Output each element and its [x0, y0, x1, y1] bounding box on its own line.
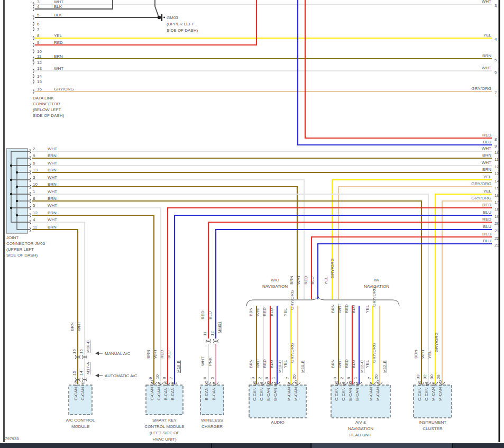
- diagram-label: INSTRUMENT: [419, 420, 447, 425]
- diagram-label: 10: [37, 49, 42, 54]
- diagram-label: B-CAN HI: [355, 382, 360, 401]
- diagram-label: SMART KEY: [152, 418, 177, 423]
- diagram-label: WHT: [420, 349, 425, 359]
- diagram-label: M12-B: [382, 360, 387, 373]
- diagram-label: RED: [344, 359, 349, 368]
- diagram-label: BRN: [331, 359, 335, 368]
- diagram-label: 5: [33, 203, 35, 208]
- diagram-label: RED: [482, 133, 491, 138]
- junction-dot-icon: [16, 200, 18, 202]
- diagram-label: WHT: [48, 161, 57, 166]
- diagram-label: 32: [423, 374, 427, 379]
- diagram-label: 6: [494, 70, 497, 75]
- diagram-label: 11: [33, 225, 38, 230]
- diagram-label: 9: [494, 144, 497, 149]
- diagram-label: BRN: [482, 153, 491, 158]
- diagram-label: 2: [258, 377, 262, 379]
- diagram-label: WHT: [153, 349, 158, 359]
- diagram-label: 8: [346, 377, 351, 379]
- diagram-label: NAVIGATION: [348, 426, 373, 431]
- diagram-label: MANUAL A/C: [105, 351, 130, 356]
- wiring-diagram-page: WHT34BLK5BLK678YEL9RED1011BRN1213WHT1415…: [0, 0, 504, 448]
- diagram-label: 6: [37, 22, 40, 26]
- diagram-label: RED: [344, 304, 349, 313]
- diagram-label: 10: [33, 182, 38, 187]
- diagram-label: 1: [353, 377, 358, 379]
- diagram-label: MM01: [217, 321, 222, 333]
- diagram-label: A/C CONTROL: [66, 418, 95, 423]
- diagram-label: 4: [494, 37, 497, 42]
- diagram-label: WHT: [255, 307, 260, 316]
- diagram-label: PNK: [208, 357, 213, 366]
- diagram-label: HVAC UNIT): [152, 437, 177, 442]
- diagram-label: 33: [416, 374, 420, 379]
- diagram-label: SIDE OF DASH): [167, 28, 198, 33]
- diagram-label: M18-B: [86, 340, 90, 353]
- junction-dot-icon: [10, 193, 12, 195]
- diagram-label: M10-B: [300, 360, 305, 373]
- diagram-label: 797935: [5, 436, 19, 441]
- diagram-label: WHT: [48, 203, 57, 208]
- diagram-label: 9: [333, 377, 337, 379]
- diagram-label: BLU: [351, 360, 356, 368]
- diagram-label: YEL: [324, 276, 328, 285]
- diagram-label: 22: [494, 236, 499, 241]
- diagram-label: 4: [37, 4, 40, 9]
- diagram-label: NAVIGATION: [364, 284, 389, 289]
- diagram-label: SIDE OF DASH): [6, 253, 38, 258]
- diagram-label: 20: [292, 374, 297, 379]
- diagram-label: 11: [203, 331, 207, 336]
- diagram-label: 20: [494, 221, 499, 226]
- diagram-label: GRY/ORG: [471, 196, 491, 200]
- diagram-label: YEL: [427, 350, 432, 359]
- diagram-label: 6: [203, 377, 207, 379]
- diagram-label: BRN: [70, 322, 75, 331]
- diagram-label: SIDE OF DASH): [33, 113, 64, 118]
- diagram-label: 8: [33, 196, 35, 201]
- diagram-label: 13: [494, 171, 499, 176]
- diagram-label: 14: [37, 74, 42, 79]
- diagram-label: BRN: [331, 304, 335, 313]
- diagram-label: BRN: [249, 307, 253, 316]
- diagram-label: (UPPER LEFT: [167, 22, 194, 26]
- diagram-label: B-CAN HI: [212, 382, 216, 400]
- diagram-label: WHT: [482, 146, 491, 151]
- diagram-label: BLU: [483, 140, 491, 144]
- diagram-label: BRN: [249, 359, 253, 368]
- diagram-label: 11: [494, 157, 499, 162]
- diagram-label: WHT: [255, 359, 260, 368]
- diagram-label: BLU: [483, 239, 491, 243]
- diagram-label: YEL: [365, 360, 370, 368]
- diagram-label: 2: [33, 147, 35, 151]
- diagram-label: BLU: [269, 360, 274, 368]
- diagram-label: BRN: [48, 211, 57, 215]
- diagram-label: M-CAN LO: [438, 380, 443, 401]
- diagram-label: WHT: [296, 275, 301, 285]
- junction-dot-icon: [158, 16, 161, 19]
- diagram-label: 12: [37, 60, 42, 65]
- diagram-label: M-CAN HI: [287, 382, 291, 401]
- diagram-label: RED: [160, 350, 164, 359]
- diagram-label: 18: [494, 207, 499, 212]
- diagram-label: 7: [494, 90, 497, 95]
- diagram-label: WHT: [482, 66, 491, 70]
- junction-dot-icon: [163, 17, 165, 19]
- diagram-label: B-CAN LO: [266, 381, 271, 401]
- diagram-label: 7: [367, 377, 372, 379]
- diagram-label: 16: [37, 87, 42, 92]
- diagram-label: BRN: [48, 153, 57, 158]
- diagram-label: YEL: [483, 189, 492, 194]
- diagram-label: 21: [494, 228, 499, 233]
- diagram-label: BRN: [414, 350, 418, 359]
- diagram-label: BRN: [48, 168, 57, 172]
- diagram-label: CLUSTER: [423, 426, 443, 431]
- diagram-label: WHT: [482, 160, 491, 165]
- diagram-label: BLK: [54, 4, 62, 9]
- diagram-label: WHT: [200, 356, 205, 366]
- diagram-label: M17-A: [86, 362, 90, 374]
- diagram-label: 7: [285, 377, 290, 379]
- diagram-label: RED: [200, 310, 205, 319]
- diagram-label: BRN: [482, 53, 491, 58]
- junction-dot-icon: [16, 214, 18, 216]
- diagram-label: C-CAN LO: [417, 381, 422, 401]
